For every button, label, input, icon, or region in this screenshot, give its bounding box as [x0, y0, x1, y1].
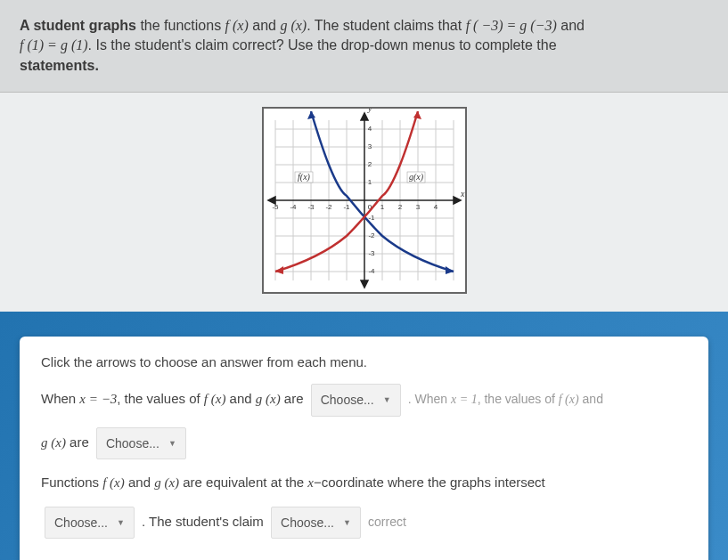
dropdown-label: Choose...: [321, 388, 374, 412]
svg-text:x: x: [460, 189, 465, 199]
svg-marker-23: [361, 280, 368, 288]
dropdown-label: Choose...: [281, 511, 334, 535]
svg-text:4: 4: [367, 125, 372, 133]
dropdown-claim-correct[interactable]: Choose... ▼: [271, 507, 361, 540]
question-panel: A student graphs the functions f (x) and…: [0, 0, 728, 93]
svg-text:3: 3: [415, 203, 420, 211]
caret-down-icon: ▼: [343, 515, 351, 531]
svg-text:-3: -3: [307, 203, 315, 211]
answer-panel: Click the arrows to choose an answer fro…: [20, 337, 708, 560]
dropdown-label: Choose...: [106, 432, 160, 456]
graph-svg: -5-4-3 -2-10 123 4 432 1-1-2 -3-4: [264, 109, 465, 292]
svg-marker-22: [361, 113, 368, 120]
svg-text:3: 3: [367, 142, 372, 150]
svg-text:1: 1: [367, 178, 372, 186]
answer-line-2: g (x) are Choose... ▼: [41, 427, 687, 460]
question-text: A student graphs the functions f (x) and…: [20, 16, 708, 76]
svg-text:4: 4: [433, 203, 438, 211]
svg-marker-44: [413, 111, 421, 119]
svg-text:-1: -1: [343, 203, 350, 211]
svg-text:y: y: [367, 109, 372, 113]
svg-text:-1: -1: [368, 214, 375, 222]
svg-text:2: 2: [367, 160, 372, 168]
dropdown-intersect-x[interactable]: Choose... ▼: [45, 507, 135, 540]
svg-text:-2: -2: [325, 203, 332, 211]
svg-text:g(x): g(x): [408, 172, 423, 183]
svg-text:f(x): f(x): [298, 172, 311, 183]
q-bold-stmts: statements.: [20, 58, 99, 73]
svg-marker-20: [454, 197, 461, 204]
caret-down-icon: ▼: [168, 436, 176, 451]
instruction-text: Click the arrows to choose an answer fro…: [41, 354, 687, 369]
svg-text:-4: -4: [290, 203, 297, 211]
svg-marker-42: [307, 111, 315, 119]
svg-text:-3: -3: [368, 249, 375, 257]
dropdown-values-at-neg3[interactable]: Choose... ▼: [311, 384, 401, 417]
caret-down-icon: ▼: [383, 393, 391, 408]
svg-text:-2: -2: [368, 231, 375, 239]
svg-text:2: 2: [397, 203, 402, 211]
trail-text-1: . When x = 1, the values of f (x) and: [408, 392, 603, 406]
graph-box: -5-4-3 -2-10 123 4 432 1-1-2 -3-4: [262, 107, 467, 294]
dropdown-values-at-1[interactable]: Choose... ▼: [96, 427, 186, 460]
dropdown-label: Choose...: [54, 511, 108, 535]
graph-panel: -5-4-3 -2-10 123 4 432 1-1-2 -3-4: [0, 93, 728, 312]
svg-text:-5: -5: [272, 203, 279, 211]
answer-line-3: Functions f (x) and g (x) are equivalent…: [41, 470, 687, 496]
svg-text:1: 1: [380, 203, 384, 211]
trail-text-4: correct: [368, 515, 406, 529]
svg-text:-4: -4: [368, 267, 375, 275]
q-bold-lead: A student graphs: [20, 18, 136, 33]
caret-down-icon: ▼: [117, 515, 125, 531]
answer-line-4: Choose... ▼ . The student's claim Choose…: [41, 507, 687, 540]
answer-line-1: When x = −3, the values of f (x) and g (…: [41, 384, 687, 417]
